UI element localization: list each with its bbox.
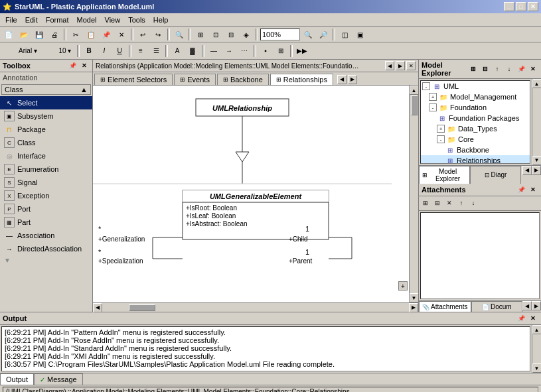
tb-btn4[interactable]: ◈ — [239, 28, 254, 41]
paste-button[interactable]: 📌 — [99, 28, 114, 41]
tab-document[interactable]: 📄 Docum — [471, 301, 522, 312]
tree-item-foundation-packages[interactable]: ⊞ Foundation Packages — [421, 113, 530, 123]
menu-format[interactable]: Format — [42, 15, 73, 25]
output-pin-btn[interactable]: 📌 — [516, 314, 526, 323]
expand-uml[interactable]: - — [422, 82, 430, 90]
tab-scroll-right[interactable]: ▶ — [348, 75, 357, 84]
att-tb2[interactable]: ⊟ — [432, 198, 443, 208]
canvas-scroll-h[interactable]: ◀ ▶ — [93, 302, 418, 312]
tree-item-foundation[interactable]: - 📁 Foundation — [421, 102, 530, 113]
toolbox-item-part[interactable]: ▦ Part — [0, 216, 92, 229]
italic-btn[interactable]: I — [97, 44, 112, 58]
canvas-content[interactable]: UMLRelationship UMLGeneralizableElement … — [93, 86, 409, 302]
cut-button[interactable]: ✂ — [68, 28, 83, 41]
toolbox-close-btn[interactable]: ✕ — [79, 61, 90, 70]
output-close-btn[interactable]: ✕ — [528, 314, 538, 323]
copy-button[interactable]: 📋 — [84, 28, 98, 41]
scroll-thumb-h[interactable] — [129, 304, 155, 311]
scroll-right-btn[interactable]: ▶ — [409, 303, 418, 312]
out-scroll-down[interactable]: ▼ — [532, 363, 542, 373]
tb-btn5[interactable]: ◫ — [337, 28, 352, 41]
br-nav-left[interactable]: ◀ — [522, 301, 532, 310]
align-left-btn[interactable]: ≡ — [133, 44, 148, 58]
tab-scroll-left[interactable]: ◀ — [337, 75, 347, 84]
class-collapse-icon[interactable]: ▲ — [80, 86, 88, 94]
me-up-btn[interactable]: ↑ — [492, 64, 502, 74]
menu-edit[interactable]: Edit — [21, 15, 42, 25]
out-tab-output[interactable]: Output — [0, 373, 34, 385]
menu-view[interactable]: View — [101, 15, 125, 25]
dash-btn[interactable]: ⋯ — [237, 44, 252, 58]
toolbox-item-package[interactable]: ⊓ Package — [0, 123, 92, 136]
minimize-button[interactable]: _ — [504, 2, 514, 11]
new-button[interactable]: 📄 — [1, 28, 16, 41]
find-button[interactable]: 🔍 — [172, 28, 187, 41]
tree-item-uml[interactable]: - ⊞ UML — [421, 81, 530, 92]
underline-btn[interactable]: U — [112, 44, 127, 58]
snap-btn[interactable]: ⊞ — [273, 44, 288, 58]
close-button[interactable]: ✕ — [528, 2, 538, 11]
toolbox-item-enumeration[interactable]: E Enumeration — [0, 163, 92, 176]
size-btn[interactable]: 10 ▾ — [55, 44, 75, 58]
expand-foundation[interactable]: - — [429, 103, 437, 111]
line-btn[interactable]: — — [206, 44, 221, 58]
toolbox-item-interface[interactable]: ◎ Interface — [0, 149, 92, 163]
att-tb3[interactable]: ✕ — [444, 198, 455, 208]
bold-btn[interactable]: B — [82, 44, 96, 58]
me-scroll-v[interactable]: ▲ ▼ — [532, 79, 541, 165]
att-pin-btn[interactable]: 📌 — [516, 185, 526, 194]
tab-attachments[interactable]: 📎 Attachments — [419, 301, 471, 312]
redo-button[interactable]: ↪ — [151, 28, 165, 41]
scroll-up-btn[interactable]: ▲ — [410, 86, 419, 95]
toolbox-item-class[interactable]: C Class — [0, 136, 92, 149]
canvas-scroll-v[interactable]: ▲ ▼ — [409, 86, 418, 302]
me-close-btn[interactable]: ✕ — [528, 64, 538, 74]
menu-model[interactable]: Model — [73, 15, 101, 25]
tree-item-data-types[interactable]: + 📁 Data_Types — [421, 123, 530, 134]
scroll-down-btn[interactable]: ▼ — [410, 293, 419, 302]
me-pin-btn[interactable]: 📌 — [516, 64, 526, 74]
tb-btn3[interactable]: ⊟ — [224, 28, 238, 41]
canvas-nav-prev[interactable]: ◀ — [385, 61, 394, 70]
tab-events[interactable]: ⊞ Events — [174, 74, 216, 85]
zoom-input[interactable] — [260, 29, 300, 40]
more-btn[interactable]: ▶▶ — [295, 44, 309, 58]
me-down-btn[interactable]: ↓ — [504, 64, 514, 74]
att-tb4[interactable]: ↑ — [456, 198, 467, 208]
arrow-btn[interactable]: → — [222, 44, 236, 58]
exp-nav-left[interactable]: ◀ — [522, 166, 532, 175]
tb-btn1[interactable]: ⊞ — [193, 28, 208, 41]
me-icon1[interactable]: ⊞ — [468, 64, 479, 74]
expand-data-types[interactable]: + — [437, 125, 445, 133]
exp-nav-right[interactable]: ▶ — [532, 166, 541, 175]
tab-element-selectors[interactable]: ⊞ Element Selectors — [94, 74, 173, 85]
menu-tools[interactable]: Tools — [124, 15, 149, 25]
tab-relationships[interactable]: ⊞ Relationships — [270, 74, 333, 85]
toolbox-item-association[interactable]: — Association — [0, 229, 92, 242]
att-close-btn[interactable]: ✕ — [528, 185, 538, 194]
font-btn[interactable]: Arial ▾ — [1, 44, 54, 58]
zoom-in-button[interactable]: 🔍 — [301, 28, 315, 41]
toolbox-item-select[interactable]: ↖ Select — [0, 96, 92, 109]
att-tb1[interactable]: ⊞ — [420, 198, 431, 208]
tree-item-core[interactable]: - 📁 Core — [421, 134, 530, 145]
tree-item-model-management[interactable]: + 📁 Model_Management — [421, 92, 530, 102]
delete-button[interactable]: ✕ — [114, 28, 129, 41]
align-center-btn[interactable]: ☰ — [149, 44, 163, 58]
exp-tab-diagram[interactable]: ⊡ Diagr — [470, 166, 521, 184]
print-button[interactable]: 🖨 — [47, 28, 62, 41]
toolbox-item-directed-association[interactable]: → DirectedAssociation — [0, 242, 92, 255]
me-scroll-up[interactable]: ▲ — [532, 79, 542, 88]
expand-core[interactable]: - — [437, 135, 445, 143]
fill-btn[interactable]: ▓ — [185, 44, 200, 58]
toolbox-item-subsystem[interactable]: ▣ Subsystem — [0, 109, 92, 123]
undo-button[interactable]: ↩ — [135, 28, 150, 41]
tb-btn2[interactable]: ⊡ — [208, 28, 223, 41]
canvas-close[interactable]: ✕ — [406, 61, 416, 70]
br-nav-right[interactable]: ▶ — [532, 301, 541, 310]
canvas-nav-next[interactable]: ▶ — [396, 61, 405, 70]
out-tab-message[interactable]: ✓ Message — [34, 373, 83, 385]
toolbox-scroll-down[interactable]: ▼ — [0, 255, 92, 265]
tree-item-backbone[interactable]: ⊞ Backbone — [421, 145, 530, 155]
shadow-btn[interactable]: ▪ — [258, 44, 273, 58]
